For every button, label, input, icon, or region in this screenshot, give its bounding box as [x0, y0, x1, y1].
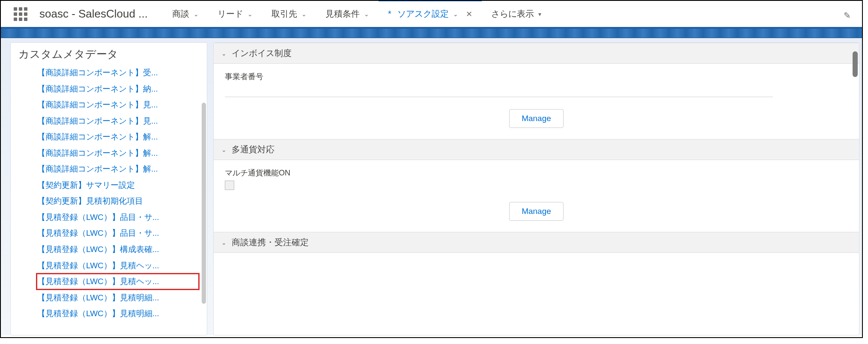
chevron-down-icon: ⌄	[301, 11, 307, 18]
pencil-icon[interactable]: ✎	[844, 10, 851, 21]
list-item-link[interactable]: 【商談詳細コンポーネント】見...	[37, 116, 158, 125]
list-item[interactable]: 【商談詳細コンポーネント】解...	[36, 129, 199, 145]
nav-tab-label: リード	[218, 8, 243, 20]
scrollbar[interactable]	[202, 103, 206, 304]
list-item[interactable]: 【商談詳細コンポーネント】見...	[36, 97, 199, 113]
section-header-multicurrency[interactable]: ⌄ 多通貨対応	[214, 139, 859, 160]
app-launcher-icon[interactable]	[14, 7, 27, 21]
manage-button[interactable]: Manage	[509, 109, 564, 128]
list-item[interactable]: 【見積登録（LWC）】品目・サ...	[36, 225, 199, 241]
nav-tab-label: 見積条件	[325, 8, 360, 20]
section-header-opp-link[interactable]: ⌄ 商談連携・受注確定	[214, 232, 859, 253]
section-title: インボイス制度	[232, 47, 292, 59]
nav-tab-lead[interactable]: リード ⌄	[208, 0, 262, 28]
content-area: カスタムメタデータ 【商談詳細コンポーネント】受...【商談詳細コンポーネント】…	[1, 38, 862, 335]
nav-tabs: 商談 ⌄ リード ⌄ 取引先 ⌄ 見積条件 ⌄ * ソアスク設定 ⌄ ✕	[163, 0, 551, 28]
sidebar-title: カスタムメタデータ	[18, 47, 199, 61]
chevron-down-icon: ⌄	[364, 11, 369, 18]
list-item[interactable]: 【商談詳細コンポーネント】解...	[36, 161, 199, 177]
unsaved-asterisk: *	[388, 9, 391, 19]
list-item[interactable]: 【商談詳細コンポーネント】納...	[36, 81, 199, 97]
nav-tab-label: ソアスク設定	[397, 8, 449, 20]
list-item-link[interactable]: 【商談詳細コンポーネント】受...	[37, 68, 158, 77]
list-item[interactable]: 【見積登録（LWC）】見積明細...	[36, 290, 199, 306]
chevron-down-icon: ⌄	[453, 11, 458, 18]
list-item-link[interactable]: 【見積登録（LWC）】品目・サ...	[37, 228, 159, 237]
manage-button[interactable]: Manage	[509, 202, 564, 221]
nav-tab-label: 取引先	[271, 8, 297, 20]
list-item[interactable]: 【見積登録（LWC）】見積明細...	[36, 305, 199, 322]
nav-tab-quote-conditions[interactable]: 見積条件 ⌄	[316, 0, 379, 28]
list-item[interactable]: 【契約更新】見積初期化項目	[36, 193, 199, 209]
chevron-down-icon: ⌄	[221, 146, 227, 153]
list-item-link[interactable]: 【商談詳細コンポーネント】解...	[37, 148, 158, 157]
list-item[interactable]: 【契約更新】サマリー設定	[36, 177, 199, 193]
nav-tab-more[interactable]: さらに表示 ▾	[482, 0, 551, 28]
chevron-down-icon: ⌄	[221, 50, 227, 57]
list-item-link[interactable]: 【商談詳細コンポーネント】見...	[37, 100, 158, 109]
list-item[interactable]: 【見積登録（LWC）】構成表確...	[36, 241, 199, 258]
decorative-ribbon	[1, 29, 862, 38]
list-item-link[interactable]: 【見積登録（LWC）】見積ヘッ...	[37, 261, 159, 270]
field-label: マルチ通貨機能ON	[225, 168, 848, 178]
list-item[interactable]: 【見積登録（LWC）】見積ヘッ...	[36, 273, 199, 290]
nav-tab-account[interactable]: 取引先 ⌄	[262, 0, 316, 28]
section-header-invoice[interactable]: ⌄ インボイス制度	[214, 43, 859, 64]
global-header: soasc - SalesCloud ... 商談 ⌄ リード ⌄ 取引先 ⌄ …	[1, 1, 862, 29]
list-item[interactable]: 【見積登録（LWC）】見積ヘッ...	[36, 258, 199, 274]
list-item-link[interactable]: 【契約更新】見積初期化項目	[37, 196, 143, 205]
list-item-link[interactable]: 【商談詳細コンポーネント】納...	[37, 84, 158, 93]
section-body-invoice: 事業者番号 Manage	[214, 64, 859, 139]
main-panel: ⌄ インボイス制度 事業者番号 Manage ⌄ 多通貨対応 マルチ通貨機能ON…	[213, 42, 859, 335]
chevron-down-icon: ▾	[538, 11, 541, 18]
field-value-empty[interactable]	[225, 84, 773, 97]
chevron-down-icon: ⌄	[248, 11, 253, 18]
list-item-link[interactable]: 【見積登録（LWC）】構成表確...	[37, 245, 159, 254]
list-item-link[interactable]: 【見積登録（LWC）】品目・サ...	[37, 213, 159, 222]
list-item-link[interactable]: 【商談詳細コンポーネント】解...	[37, 164, 158, 173]
sidebar-list: 【商談詳細コンポーネント】受...【商談詳細コンポーネント】納...【商談詳細コ…	[18, 65, 199, 322]
close-icon[interactable]: ✕	[466, 9, 472, 19]
nav-tab-label: さらに表示	[491, 8, 534, 20]
nav-tab-opportunity[interactable]: 商談 ⌄	[163, 0, 208, 28]
checkbox[interactable]	[225, 181, 234, 190]
list-item[interactable]: 【商談詳細コンポーネント】見...	[36, 113, 199, 129]
section-title: 商談連携・受注確定	[232, 237, 309, 248]
sidebar-panel: カスタムメタデータ 【商談詳細コンポーネント】受...【商談詳細コンポーネント】…	[10, 42, 207, 335]
chevron-down-icon: ⌄	[221, 239, 227, 246]
nav-tab-soasc-settings[interactable]: * ソアスク設定 ⌄ ✕	[379, 0, 482, 28]
nav-tab-label: 商談	[172, 8, 189, 20]
section-title: 多通貨対応	[232, 144, 274, 155]
field-label: 事業者番号	[225, 71, 848, 82]
list-item[interactable]: 【商談詳細コンポーネント】解...	[36, 145, 199, 161]
chevron-down-icon: ⌄	[194, 11, 199, 18]
list-item-link[interactable]: 【見積登録（LWC）】見積明細...	[37, 293, 159, 302]
list-item-link[interactable]: 【見積登録（LWC）】見積ヘッ...	[37, 277, 159, 286]
app-name: soasc - SalesCloud ...	[39, 7, 148, 21]
section-body-multicurrency: マルチ通貨機能ON Manage	[214, 160, 859, 232]
list-item[interactable]: 【商談詳細コンポーネント】受...	[36, 65, 199, 81]
list-item-link[interactable]: 【契約更新】サマリー設定	[37, 181, 135, 190]
list-item-link[interactable]: 【商談詳細コンポーネント】解...	[37, 132, 158, 141]
list-item-link[interactable]: 【見積登録（LWC）】見積明細...	[37, 309, 159, 318]
list-item[interactable]: 【見積登録（LWC）】品目・サ...	[36, 209, 199, 225]
scrollbar[interactable]	[853, 51, 858, 77]
